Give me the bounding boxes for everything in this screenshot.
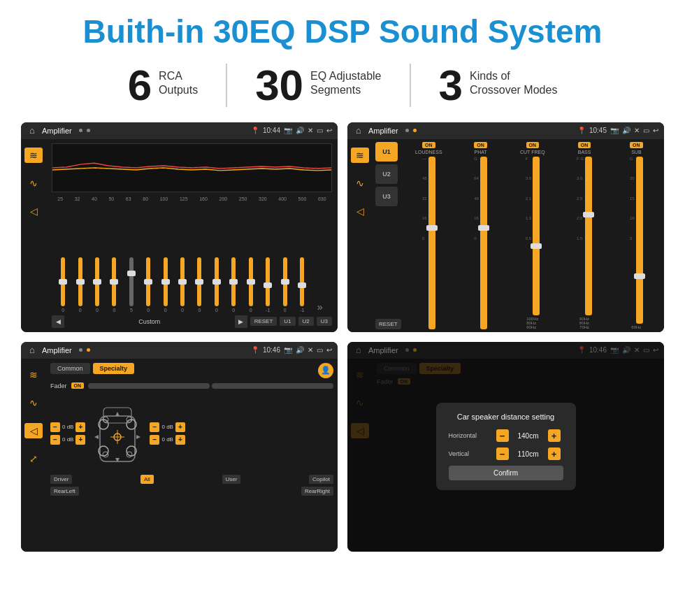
back-icon-2[interactable]: ↩ [653, 127, 658, 134]
stat-rca-number: 6 [128, 64, 152, 107]
volume-icon-3: 🔊 [296, 346, 304, 354]
close-icon-2[interactable]: ✕ [634, 127, 640, 134]
rearleft-button[interactable]: RearLeft [50, 487, 79, 496]
close-icon-3[interactable]: ✕ [308, 346, 313, 354]
speaker-sidebar-icon[interactable]: ◁ [24, 203, 43, 219]
right-top-minus[interactable]: − [150, 422, 159, 432]
fader-expand-icon[interactable]: ⤢ [24, 451, 43, 466]
right-bottom-plus[interactable]: + [175, 435, 185, 445]
u2-button[interactable]: U2 [375, 164, 398, 184]
back-icon-1[interactable]: ↩ [326, 127, 332, 134]
eq-slider-1[interactable]: 0 [78, 257, 82, 313]
eq-slider-8[interactable]: 0 [197, 257, 201, 313]
crossover-screen: ⌂ Amplifier 📍 10:45 📷 🔊 ✕ ▭ ↩ ≋ ∿ [347, 122, 664, 332]
xover-eq-icon[interactable]: ≋ [351, 148, 369, 163]
eq-slider-13[interactable]: 0 [283, 257, 287, 313]
eq-slider-3[interactable]: 0 [112, 257, 116, 313]
fader-text-label: Fader [50, 382, 67, 389]
horizontal-value: 140cm [514, 432, 542, 440]
eq-next-button[interactable]: ▶ [235, 315, 247, 328]
status-right-2: 📍 10:45 📷 🔊 ✕ ▭ ↩ [577, 127, 658, 134]
confirm-button[interactable]: Confirm [449, 466, 563, 480]
rearright-button[interactable]: RearRight [301, 487, 333, 496]
wave-sidebar-icon[interactable]: ∿ [24, 176, 43, 191]
cutfreq-slider[interactable] [533, 157, 540, 315]
fader-eq-icon[interactable]: ≋ [24, 367, 43, 382]
u3-button[interactable]: U3 [375, 187, 398, 206]
status-right-3: 📍 10:46 📷 🔊 ✕ ▭ ↩ [251, 346, 332, 354]
bass-slider[interactable] [585, 157, 592, 315]
driver-button[interactable]: Driver [50, 475, 72, 484]
back-icon-3[interactable]: ↩ [326, 346, 332, 354]
sub-slider[interactable] [636, 157, 643, 324]
fader-left-sidebar: ≋ ∿ ◁ ⤢ [21, 359, 46, 552]
eq-prev-button[interactable]: ◀ [52, 315, 64, 328]
eq-slider-14[interactable]: -1 [300, 257, 304, 313]
right-top-plus[interactable]: + [175, 422, 185, 432]
close-icon-1[interactable]: ✕ [308, 127, 313, 134]
right-bottom-val: 0 dB [161, 436, 173, 443]
left-bottom-speaker: − 0 dB + [50, 435, 85, 445]
eq-u1-button[interactable]: U1 [280, 317, 295, 326]
common-tab[interactable]: Common [50, 363, 90, 374]
fader-h-slider2[interactable] [212, 383, 333, 389]
home-icon-1[interactable]: ⌂ [27, 125, 38, 136]
vertical-value: 110cm [514, 450, 542, 458]
dot-3a [79, 348, 82, 352]
phat-slider[interactable] [480, 157, 487, 329]
eq-slider-10[interactable]: 0 [231, 257, 236, 313]
eq-slider-2[interactable]: 0 [95, 257, 99, 313]
eq-u3-button[interactable]: U3 [317, 317, 332, 326]
stat-rca: 6 RCA Outputs [100, 64, 228, 107]
eq-arrow-right[interactable]: » [317, 301, 323, 313]
all-button[interactable]: All [140, 475, 154, 484]
loudness-slider[interactable] [428, 157, 435, 329]
eq-reset-button[interactable]: RESET [250, 317, 277, 326]
left-bottom-minus[interactable]: − [50, 435, 60, 445]
dot-2a [405, 129, 409, 132]
app-name-3: Amplifier [42, 346, 72, 354]
eq-slider-7[interactable]: 0 [180, 257, 185, 313]
window-icon-3: ▭ [317, 346, 323, 354]
eq-left-sidebar: ≋ ∿ ◁ [21, 139, 46, 332]
eq-slider-11[interactable]: 0 [249, 257, 253, 313]
home-icon-2[interactable]: ⌂ [353, 125, 364, 136]
specialty-tab[interactable]: Specialty [93, 363, 135, 374]
fader-spk-icon[interactable]: ◁ [24, 423, 43, 438]
bass-on-badge: ON [578, 142, 591, 148]
eq-sidebar-icon[interactable]: ≋ [24, 148, 43, 163]
eq-slider-12[interactable]: -1 [266, 257, 270, 313]
right-bottom-minus[interactable]: − [150, 435, 159, 445]
horizontal-minus[interactable]: − [496, 429, 509, 442]
fader-wave-icon[interactable]: ∿ [24, 395, 43, 410]
eq-slider-0[interactable]: 0 [61, 257, 65, 313]
xover-wave-icon[interactable]: ∿ [351, 176, 369, 191]
left-top-plus[interactable]: + [75, 422, 85, 432]
eq-slider-9[interactable]: 0 [215, 257, 219, 313]
copilot-button[interactable]: Copilot [309, 475, 333, 484]
location-icon-3: 📍 [251, 346, 259, 354]
left-top-minus[interactable]: − [50, 422, 60, 432]
eq-slider-4[interactable]: 5 [129, 257, 134, 313]
horizontal-plus[interactable]: + [548, 429, 561, 442]
left-bottom-plus[interactable]: + [75, 435, 85, 445]
eq-u2-button[interactable]: U2 [298, 317, 314, 326]
vertical-plus[interactable]: + [548, 447, 561, 460]
status-bar-3: ⌂ Amplifier 📍 10:46 📷 🔊 ✕ ▭ ↩ [21, 342, 338, 359]
home-icon-3[interactable]: ⌂ [27, 345, 38, 356]
loudness-label: LOUDNESS [415, 150, 442, 155]
fader-h-slider1[interactable] [88, 383, 210, 389]
user-button[interactable]: User [222, 475, 241, 484]
fader-on-badge: ON [71, 382, 85, 389]
eq-slider-6[interactable]: 0 [164, 257, 168, 313]
xover-reset-button[interactable]: RESET [375, 319, 401, 329]
window-icon-2: ▭ [643, 127, 649, 134]
time-2: 10:45 [589, 127, 607, 134]
dialog-overlay: Car speaker distance setting Horizontal … [347, 342, 664, 552]
user-profile-icon[interactable]: 👤 [318, 363, 333, 378]
eq-screen-content: ≋ ∿ ◁ 25 32 40 [21, 139, 338, 332]
eq-slider-5[interactable]: 0 [146, 257, 150, 313]
xover-spk-icon[interactable]: ◁ [351, 203, 369, 219]
u1-button[interactable]: U1 [375, 142, 398, 162]
vertical-minus[interactable]: − [496, 447, 509, 460]
